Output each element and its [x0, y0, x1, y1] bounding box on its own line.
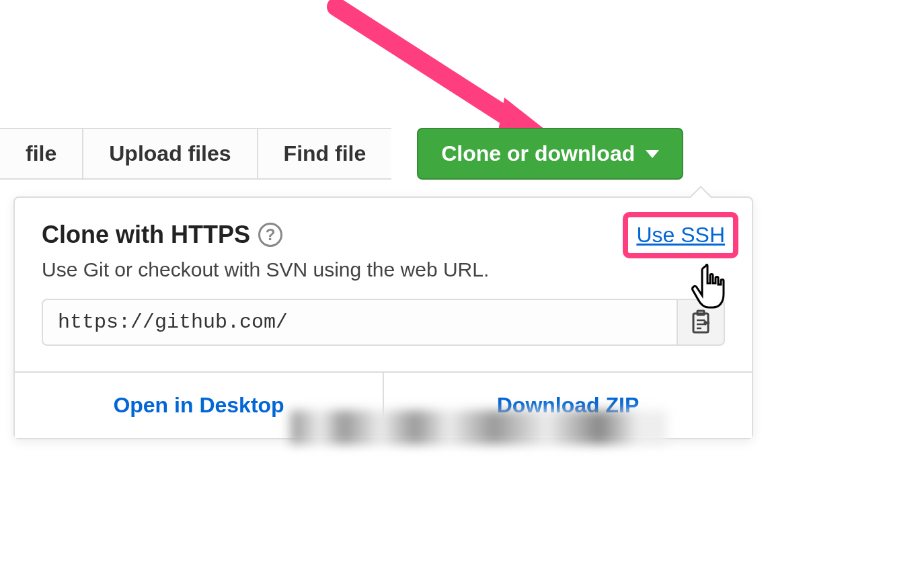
clone-title: Clone with HTTPS	[42, 221, 250, 249]
pointer-arrow-annotation	[323, 0, 551, 144]
upload-files-button[interactable]: Upload files	[82, 128, 256, 180]
clone-url-input[interactable]	[42, 299, 678, 346]
new-file-button[interactable]: file	[0, 128, 82, 180]
use-ssh-link[interactable]: Use SSH	[636, 223, 725, 247]
open-in-desktop-button[interactable]: Open in Desktop	[15, 373, 384, 438]
clone-description: Use Git or checkout with SVN using the w…	[42, 258, 725, 281]
help-icon[interactable]: ?	[258, 223, 282, 247]
download-zip-button[interactable]: Download ZIP	[384, 373, 752, 438]
clone-or-download-button[interactable]: Clone or download	[417, 128, 683, 180]
clone-or-download-label: Clone or download	[441, 141, 635, 166]
dropdown-tip	[689, 186, 713, 198]
repo-toolbar: file Upload files Find file Clone or dow…	[0, 128, 683, 180]
svg-line-1	[336, 7, 525, 128]
find-file-button[interactable]: Find file	[257, 128, 392, 180]
cursor-pointer-icon	[690, 263, 728, 314]
clone-dropdown: Clone with HTTPS ? Use SSH Use Git or ch…	[13, 196, 753, 439]
caret-down-icon	[646, 150, 659, 158]
